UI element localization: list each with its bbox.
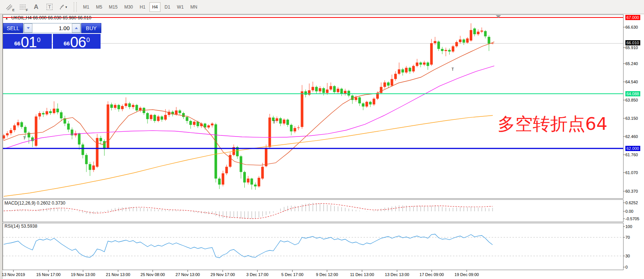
price-axis-label: 66.010: [625, 40, 640, 45]
macd-values: 0.2602 0.3730: [37, 201, 66, 206]
timeframe-button-m1[interactable]: M1: [80, 2, 92, 12]
price-axis-label: 61.760: [625, 152, 638, 157]
sell-price-major: 66: [14, 39, 20, 48]
text-label-tool-button[interactable]: T: [43, 2, 56, 12]
rsi-indicator-label: RSI(14) 53.5938: [4, 224, 37, 229]
ohlc-readout: 66.000 66.030 65.980 66.010: [33, 15, 91, 20]
price-axis-label: 61.070: [625, 170, 638, 175]
price-axis-label: 66.630: [625, 25, 638, 30]
price-axis-label: 63.150: [625, 116, 638, 121]
timeframe-button-h1[interactable]: H1: [137, 2, 148, 12]
indicator-axis-label: 30: [625, 253, 630, 259]
volume-stepper: [23, 23, 81, 33]
sell-price-pips: 01: [21, 36, 37, 48]
buy-button[interactable]: BUY: [81, 23, 101, 33]
equidistant-channel-tool-button[interactable]: E: [3, 2, 16, 12]
sell-price-point: 0: [37, 34, 40, 46]
arrows-tool-button[interactable]: ▾: [57, 2, 69, 12]
timeframe-button-w1[interactable]: W1: [174, 2, 186, 12]
time-axis-label: 19 Nov 13:00: [71, 272, 95, 277]
price-axis-label: 65.910: [625, 45, 638, 50]
toolbar-separator: [74, 2, 77, 12]
price-axis-label: 60.370: [625, 189, 638, 194]
time-axis-label: 17 Dec 09:00: [419, 272, 444, 277]
triangle-up-icon: [75, 27, 78, 29]
price-axis-label: 64.088: [625, 91, 640, 96]
time-axis-label: 15 Nov 17:00: [36, 272, 60, 277]
time-axis-label: 11 Dec 13:00: [350, 272, 374, 277]
chart-title: ▲ UKOIL,H4 66.000 66.030 65.980 66.010: [5, 15, 91, 20]
indicator-axis-label: 100: [625, 224, 632, 229]
time-axis-label: 21 Nov 13:00: [106, 272, 130, 277]
timeframe-button-mn[interactable]: MN: [188, 2, 200, 12]
arrows-icon: [59, 4, 64, 10]
time-axis-label: 13 Nov 2019: [2, 272, 25, 277]
timeframe-button-m30[interactable]: M30: [122, 2, 136, 12]
timeframe-button-h4[interactable]: H4: [149, 2, 160, 12]
macd-indicator-label: MACD(12,26,9) 0.2602 0.3730: [4, 201, 65, 206]
sell-price-tile[interactable]: 66 01 0: [3, 33, 52, 49]
volume-increase-button[interactable]: [72, 23, 80, 33]
sell-button[interactable]: SELL: [3, 23, 23, 33]
symbol-timeframe-label: UKOIL,H4: [11, 15, 32, 20]
chart-window[interactable]: [0, 14, 644, 279]
rsi-value: 53.5938: [21, 224, 37, 229]
time-axis-label: 27 Nov 13:00: [175, 272, 200, 277]
volume-decrease-button[interactable]: [24, 23, 32, 33]
fibonacci-retracement-icon: [19, 4, 26, 10]
chart-text-annotation[interactable]: 多空转折点64: [498, 112, 607, 136]
price-axis-label: 62.460: [625, 134, 638, 139]
time-axis-label: 5 Dec 17:00: [281, 272, 303, 277]
indicator-axis-label: -0.5705: [625, 216, 639, 221]
text-label-tool-icon: T: [47, 4, 53, 10]
fibonacci-retracement-tool-button[interactable]: F: [16, 2, 29, 12]
buy-price-tile[interactable]: 66 06 0: [53, 33, 101, 49]
time-axis-label: 29 Nov 17:00: [210, 272, 235, 277]
time-axis-label: 3 Dec 17:00: [246, 272, 268, 277]
buy-price-pips: 06: [70, 36, 86, 48]
time-axis-label: 9 Dec 12:00: [316, 272, 338, 277]
indicator-axis-label: 0: [625, 264, 628, 270]
timeframe-button-d1[interactable]: D1: [162, 2, 173, 12]
timeframe-button-m5[interactable]: M5: [93, 2, 105, 12]
price-axis-label: 63.850: [625, 97, 638, 103]
collapse-panel-icon[interactable]: ▲: [5, 17, 8, 20]
indicator-axis-label: 0.6252: [625, 200, 638, 205]
tool-sub-label: E: [12, 8, 15, 12]
window-left-gutter: [0, 14, 3, 279]
volume-input[interactable]: [32, 23, 72, 33]
time-axis-label: 25 Nov 08:00: [140, 272, 165, 277]
price-axis-label: 65.240: [625, 61, 638, 66]
one-click-trading-panel: SELL BUY 66 01 0 66 06 0: [3, 23, 101, 49]
triangle-down-icon: [27, 27, 30, 29]
tool-sub-label: F: [26, 8, 28, 12]
price-axis-label: 64.540: [625, 79, 638, 84]
time-axis-label: 13 Dec 13:00: [385, 272, 409, 277]
buy-price-point: 0: [86, 34, 90, 46]
toolbar: E F A T ▾ M1 M5 M15: [0, 0, 644, 14]
text-tool-button[interactable]: A: [30, 2, 42, 12]
price-axis-label: 67.000: [625, 15, 640, 20]
indicator-axis-label: 70: [625, 235, 630, 240]
text-tool-icon: A: [34, 3, 38, 11]
price-axis-label: 62.000: [625, 146, 640, 151]
chevron-down-icon: ▾: [65, 5, 67, 9]
time-axis-label: 19 Dec 09:00: [454, 272, 479, 277]
indicator-axis-label: 0.00: [625, 209, 633, 214]
buy-price-major: 66: [64, 39, 70, 48]
timeframe-button-m15[interactable]: M15: [106, 2, 120, 12]
